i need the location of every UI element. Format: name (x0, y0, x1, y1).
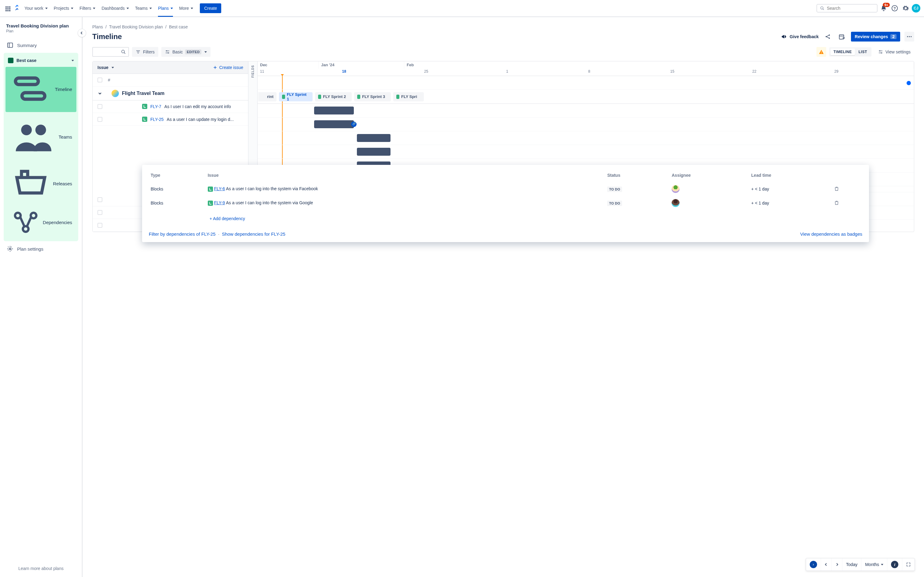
legend-button[interactable]: i (887, 558, 902, 571)
filter-dependencies-link[interactable]: Filter by dependencies of FLY-25 (149, 231, 215, 237)
checkbox[interactable] (97, 117, 102, 122)
col-issue: Issue (206, 170, 606, 182)
plus-icon (213, 65, 217, 69)
team-group-row[interactable]: Flight Travel Team (92, 87, 248, 100)
issue-bar[interactable] (314, 120, 354, 128)
status-badge: TO DO (607, 201, 622, 206)
sidebar-item-teams[interactable]: Teams (5, 113, 76, 161)
delete-dependency-icon[interactable] (832, 196, 862, 210)
review-changes-button[interactable]: Review changes 2 (851, 32, 900, 42)
dep-issue-link[interactable]: FLY-9 (214, 200, 225, 205)
seg-list[interactable]: LIST (856, 48, 870, 55)
filters-button[interactable]: Filters (132, 47, 158, 57)
jira-logo-icon[interactable] (13, 4, 21, 13)
fullscreen-button[interactable] (902, 558, 914, 571)
review-count-badge: 2 (890, 34, 897, 39)
more-actions-icon[interactable] (905, 32, 914, 42)
story-icon (142, 117, 147, 122)
story-icon (208, 201, 213, 206)
nav-more[interactable]: More (177, 4, 195, 13)
checkbox[interactable] (97, 197, 102, 202)
issue-bar[interactable] (357, 134, 391, 142)
search-input[interactable] (827, 6, 874, 11)
share-icon[interactable] (823, 32, 833, 42)
delete-dependency-icon[interactable] (832, 182, 862, 196)
nav-filters[interactable]: Filters (77, 4, 98, 13)
dependencies-popover: Type Issue Status Assignee Lead time Blo… (142, 165, 869, 242)
issue-bar[interactable] (314, 106, 354, 114)
team-avatar-icon (111, 90, 119, 97)
nav-your-work[interactable]: Your work (22, 4, 50, 13)
issue-search[interactable] (92, 47, 129, 57)
assignee-avatar[interactable] (672, 185, 680, 193)
settings-icon[interactable] (901, 3, 911, 13)
today-button[interactable]: Today (842, 558, 861, 571)
sidebar-item-timeline[interactable]: Timeline (5, 67, 76, 112)
issue-bar[interactable] (357, 148, 391, 156)
give-feedback-button[interactable]: Give feedback (781, 34, 819, 40)
add-dependency-link[interactable]: + Add dependency (208, 213, 247, 224)
warnings-icon[interactable] (816, 47, 826, 57)
checkbox[interactable] (97, 77, 102, 82)
sprint-pill[interactable]: FLY Spri (393, 92, 424, 102)
checkbox[interactable] (97, 210, 102, 215)
scale-selector[interactable]: Months (861, 558, 887, 571)
svg-point-9 (36, 124, 46, 135)
prev-period-button[interactable] (821, 558, 832, 571)
nav-dashboards[interactable]: Dashboards (99, 4, 131, 13)
user-avatar[interactable]: CJ (912, 4, 920, 13)
plan-title: Travel Booking Division plan (2, 23, 79, 28)
scenario-block: Best case Timeline Teams Releases Depend… (4, 53, 78, 241)
learn-more-link[interactable]: Learn more about plans (0, 566, 82, 571)
issue-header-label[interactable]: Issue (97, 65, 114, 70)
scroll-to-start-button[interactable]: › (806, 558, 821, 571)
view-settings-button[interactable]: View settings (874, 47, 914, 57)
story-icon (208, 187, 213, 192)
breadcrumb-scenario[interactable]: Best case (169, 24, 187, 29)
search-icon (820, 6, 824, 11)
sidebar-item-summary[interactable]: Summary (2, 39, 79, 52)
hash-label: # (108, 77, 110, 82)
issue-row[interactable]: FLY-25As a user I can update my login d.… (92, 113, 248, 126)
release-marker[interactable] (906, 81, 911, 85)
sprint-pill[interactable]: FLY Sprint 3 (354, 92, 391, 102)
breadcrumb-plan[interactable]: Travel Booking Division plan (109, 24, 163, 29)
svg-point-38 (881, 53, 882, 53)
app-switcher-icon[interactable] (4, 5, 11, 12)
display-options-button[interactable]: Basic EDITED (162, 47, 210, 57)
breadcrumb-plans[interactable]: Plans (92, 24, 103, 29)
checkbox[interactable] (97, 223, 102, 228)
nav-plans[interactable]: Plans (155, 4, 175, 13)
help-icon[interactable]: ? (890, 3, 900, 13)
checkbox[interactable] (97, 104, 102, 109)
auto-schedule-icon[interactable]: + (837, 32, 847, 42)
teams-icon (12, 116, 55, 158)
create-issue-link[interactable]: Create issue (213, 65, 243, 70)
nav-projects[interactable]: Projects (51, 4, 76, 13)
seg-timeline[interactable]: TIMELINE (830, 48, 855, 55)
chevron-down-icon (171, 8, 173, 9)
view-as-badges-link[interactable]: View dependencies as badges (800, 231, 862, 237)
next-period-button[interactable] (832, 558, 842, 571)
sidebar-item-plan-settings[interactable]: Plan settings (2, 242, 79, 255)
sprint-pill[interactable]: FLY Sprint 2 (315, 92, 352, 102)
assignee-avatar[interactable] (672, 199, 680, 207)
svg-rect-7 (22, 93, 45, 99)
scenario-selector[interactable]: Best case (4, 55, 78, 66)
nav-teams[interactable]: Teams (132, 4, 154, 13)
notifications-icon[interactable]: 9+ (879, 3, 888, 13)
issue-column-header: Issue Create issue (92, 61, 248, 74)
issue-row[interactable]: FLY-7As I user I can edit my account inf… (92, 100, 248, 113)
global-search[interactable] (816, 4, 877, 13)
chevron-down-icon (71, 60, 74, 61)
sprint-pill[interactable]: FLY Sprint 1 (279, 92, 313, 102)
chevron-down-icon (204, 51, 207, 53)
search-icon (121, 50, 126, 54)
sidebar-item-releases[interactable]: Releases (5, 162, 76, 205)
sidebar-item-dependencies[interactable]: Dependencies (5, 206, 76, 239)
sprint-pill-prev[interactable]: rint (258, 92, 276, 102)
show-dependencies-link[interactable]: Show dependencies for FLY-25 (222, 231, 285, 237)
dep-issue-link[interactable]: FLY-6 (214, 186, 225, 191)
svg-point-13 (9, 248, 11, 250)
create-button[interactable]: Create (200, 3, 221, 13)
